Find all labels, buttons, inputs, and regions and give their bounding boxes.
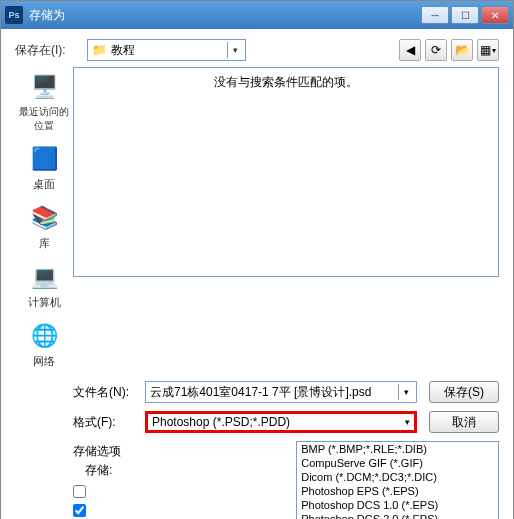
save-in-value: 教程 <box>111 42 135 59</box>
sidebar-item-libraries[interactable]: 📚 库 <box>28 202 60 251</box>
format-row: 格式(F): Photoshop (*.PSD;*.PDD) ▾ 取消 <box>15 411 499 433</box>
format-dropdown-list[interactable]: BMP (*.BMP;*.RLE;*.DIB)CompuServe GIF (*… <box>296 441 499 519</box>
store-checkbox-2[interactable] <box>73 504 86 517</box>
filename-value: 云成71栋401室0417-1 7平 [景博设计].psd <box>150 384 371 401</box>
save-in-row: 保存在(I): 📁 教程 ▾ ◀ ⟳ 📂 ▦▾ <box>15 39 499 61</box>
sidebar-item-label: 计算机 <box>28 295 61 310</box>
file-list[interactable]: 没有与搜索条件匹配的项。 <box>73 67 499 277</box>
format-option[interactable]: Photoshop DCS 1.0 (*.EPS) <box>297 498 498 512</box>
titlebar: Ps 存储为 ─ ☐ ✕ <box>1 1 513 29</box>
close-button[interactable]: ✕ <box>481 6 509 24</box>
desktop-icon: 🟦 <box>28 143 60 175</box>
refresh-icon: ⟳ <box>431 43 441 57</box>
places-sidebar: 🖥️ 最近访问的位置 🟦 桌面 📚 库 💻 计算机 🌐 网络 <box>15 67 73 369</box>
save-in-combo[interactable]: 📁 教程 ▾ <box>87 39 246 61</box>
computer-icon: 💻 <box>28 261 60 293</box>
store-options-header: 存储选项 <box>73 443 152 460</box>
save-button[interactable]: 保存(S) <box>429 381 499 403</box>
newfolder-icon: 📂 <box>455 43 470 57</box>
maximize-button[interactable]: ☐ <box>451 6 479 24</box>
format-option[interactable]: CompuServe GIF (*.GIF) <box>297 456 498 470</box>
minimize-button[interactable]: ─ <box>421 6 449 24</box>
format-value: Photoshop (*.PSD;*.PDD) <box>152 415 290 429</box>
chevron-down-icon: ▾ <box>405 417 410 427</box>
sidebar-item-label: 最近访问的位置 <box>15 105 73 133</box>
sidebar-item-network[interactable]: 🌐 网络 <box>28 320 60 369</box>
cancel-button[interactable]: 取消 <box>429 411 499 433</box>
views-icon: ▦ <box>480 43 491 57</box>
refresh-button[interactable]: ⟳ <box>425 39 447 61</box>
sidebar-item-label: 网络 <box>33 354 55 369</box>
format-option[interactable]: Dicom (*.DCM;*.DC3;*.DIC) <box>297 470 498 484</box>
format-option[interactable]: BMP (*.BMP;*.RLE;*.DIB) <box>297 442 498 456</box>
new-folder-button[interactable]: 📂 <box>451 39 473 61</box>
sidebar-item-label: 桌面 <box>33 177 55 192</box>
photoshop-icon: Ps <box>5 6 23 24</box>
sidebar-item-recent[interactable]: 🖥️ 最近访问的位置 <box>15 71 73 133</box>
sidebar-item-desktop[interactable]: 🟦 桌面 <box>28 143 60 192</box>
back-icon: ◀ <box>406 43 415 57</box>
recent-icon: 🖥️ <box>28 71 60 103</box>
save-in-label: 保存在(I): <box>15 42 87 59</box>
back-button[interactable]: ◀ <box>399 39 421 61</box>
filename-input[interactable]: 云成71栋401室0417-1 7平 [景博设计].psd ▾ <box>145 381 417 403</box>
store-label: 存储: <box>85 462 152 479</box>
empty-message: 没有与搜索条件匹配的项。 <box>214 74 358 91</box>
chevron-down-icon: ▾ <box>398 384 414 400</box>
views-button[interactable]: ▦▾ <box>477 39 499 61</box>
libraries-icon: 📚 <box>28 202 60 234</box>
format-label: 格式(F): <box>73 414 145 431</box>
sidebar-item-label: 库 <box>39 236 50 251</box>
format-option[interactable]: Photoshop EPS (*.EPS) <box>297 484 498 498</box>
save-as-dialog: Ps 存储为 ─ ☐ ✕ 保存在(I): 📁 教程 ▾ ◀ ⟳ 📂 ▦▾ 🖥️ <box>0 0 514 519</box>
format-combo[interactable]: Photoshop (*.PSD;*.PDD) ▾ <box>145 411 417 433</box>
network-icon: 🌐 <box>28 320 60 352</box>
filename-row: 文件名(N): 云成71栋401室0417-1 7平 [景博设计].psd ▾ … <box>15 381 499 403</box>
chevron-down-icon: ▾ <box>227 42 243 58</box>
store-checkbox-1[interactable] <box>73 485 86 498</box>
folder-icon: 📁 <box>92 43 107 57</box>
window-title: 存储为 <box>29 7 419 24</box>
sidebar-item-computer[interactable]: 💻 计算机 <box>28 261 61 310</box>
filename-label: 文件名(N): <box>73 384 145 401</box>
format-option[interactable]: Photoshop DCS 2.0 (*.EPS) <box>297 512 498 519</box>
